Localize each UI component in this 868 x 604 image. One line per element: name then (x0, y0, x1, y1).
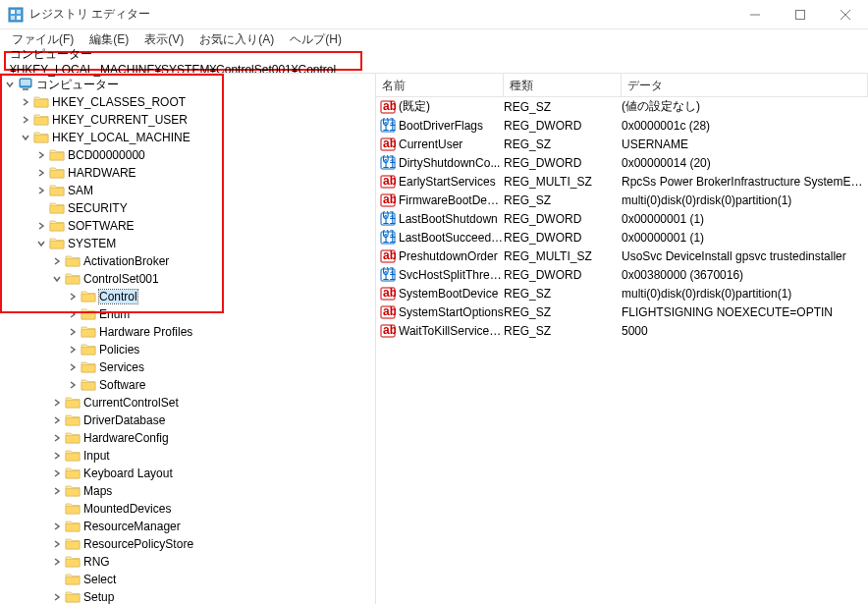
tree-item-security[interactable]: SECURITY (33, 199, 375, 217)
chevron-right-icon[interactable] (49, 536, 65, 552)
tree-item-bcd[interactable]: BCD00000000 (33, 146, 375, 164)
tree-item-label: ActivationBroker (83, 254, 169, 268)
value-row[interactable]: PreshutdownOrderREG_MULTI_SZUsoSvc Devic… (376, 247, 868, 265)
tree-item-resourcemanager[interactable]: ResourceManager (49, 518, 375, 535)
value-row[interactable]: LastBootShutdownREG_DWORD0x00000001 (1) (376, 209, 868, 228)
chevron-right-icon[interactable] (49, 412, 65, 428)
tree-item-label: MountedDevices (83, 502, 171, 516)
chevron-right-icon[interactable] (49, 430, 65, 446)
tree-item-controlset001[interactable]: ControlSet001 (49, 270, 375, 288)
chevron-right-icon[interactable] (33, 183, 49, 198)
chevron-down-icon[interactable] (18, 130, 33, 145)
tree-item-hkcr[interactable]: HKEY_CLASSES_ROOT (18, 93, 375, 111)
tree-item-sam[interactable]: SAM (33, 182, 375, 199)
value-row[interactable]: LastBootSucceededREG_DWORD0x00000001 (1) (376, 228, 868, 247)
chevron-right-icon[interactable] (65, 289, 81, 304)
tree-item-enum[interactable]: Enum (65, 305, 375, 323)
column-header-data[interactable]: データ (622, 74, 868, 96)
value-type: REG_MULTI_SZ (504, 249, 622, 263)
tree-item-currentcontrolset[interactable]: CurrentControlSet (49, 394, 375, 412)
tree-item-maps[interactable]: Maps (49, 482, 375, 500)
chevron-right-icon[interactable] (49, 395, 65, 411)
folder-icon (49, 236, 65, 251)
tree-item-software[interactable]: SOFTWARE (33, 217, 375, 235)
tree-panel[interactable]: コンピューターHKEY_CLASSES_ROOTHKEY_CURRENT_USE… (0, 74, 376, 604)
chevron-right-icon[interactable] (65, 377, 81, 393)
tree-item-control[interactable]: Control (65, 288, 375, 305)
tree-item-label: BCD00000000 (68, 148, 145, 162)
tree-item-services[interactable]: Services (65, 358, 375, 376)
chevron-right-icon[interactable] (49, 483, 65, 499)
tree-item-label: Policies (99, 343, 139, 357)
chevron-down-icon[interactable] (49, 271, 65, 287)
chevron-right-icon[interactable] (49, 466, 65, 481)
value-row[interactable]: (既定)REG_SZ(値の設定なし) (376, 97, 868, 116)
chevron-right-icon[interactable] (33, 218, 49, 234)
folder-icon (33, 130, 49, 145)
minimize-button[interactable] (732, 0, 778, 29)
value-row[interactable]: SvcHostSplitThres...REG_DWORD0x00380000 … (376, 265, 868, 284)
tree-item-hardwareconfig[interactable]: HardwareConfig (49, 429, 375, 447)
chevron-right-icon[interactable] (65, 342, 81, 357)
chevron-right-icon[interactable] (49, 448, 65, 464)
tree-item-driverdatabase[interactable]: DriverDatabase (49, 412, 375, 429)
value-row[interactable]: CurrentUserREG_SZUSERNAME (376, 135, 868, 153)
tree-item-hkcu[interactable]: HKEY_CURRENT_USER (18, 111, 375, 129)
maximize-button[interactable] (778, 0, 823, 29)
tree-item-input[interactable]: Input (49, 447, 375, 465)
chevron-down-icon[interactable] (33, 236, 49, 251)
tree-item-activationbroker[interactable]: ActivationBroker (49, 252, 375, 270)
value-name: PreshutdownOrder (399, 249, 504, 263)
tree-item-resourcepolicystore[interactable]: ResourcePolicyStore (49, 535, 375, 553)
tree-item-label: Select (83, 573, 116, 586)
chevron-right-icon[interactable] (65, 359, 81, 375)
value-row[interactable]: FirmwareBootDevi...REG_SZmulti(0)disk(0)… (376, 191, 868, 209)
tree-item-software2[interactable]: Software (65, 376, 375, 394)
tree-item-hklm[interactable]: HKEY_LOCAL_MACHINE (18, 129, 375, 146)
tree-item-setup[interactable]: Setup (49, 588, 375, 604)
value-row[interactable]: DirtyShutdownCo...REG_DWORD0x00000014 (2… (376, 153, 868, 172)
tree-item-keyboardlayout[interactable]: Keyboard Layout (49, 465, 375, 482)
tree-item-label: SECURITY (68, 201, 128, 215)
value-row[interactable]: SystemBootDeviceREG_SZmulti(0)disk(0)rdi… (376, 284, 868, 302)
address-input[interactable]: コンピューター¥HKEY_LOCAL_MACHINE¥SYSTEM¥Contro… (4, 51, 362, 71)
expander-none (33, 200, 49, 216)
tree-item-label: Software (99, 378, 145, 392)
value-row[interactable]: EarlyStartServicesREG_MULTI_SZRpcSs Powe… (376, 172, 868, 191)
value-row[interactable]: BootDriverFlagsREG_DWORD0x0000001c (28) (376, 116, 868, 135)
tree-item-hardwareprofiles[interactable]: Hardware Profiles (65, 323, 375, 341)
tree-item-label: SAM (68, 184, 93, 197)
chevron-right-icon[interactable] (65, 324, 81, 340)
chevron-right-icon[interactable] (49, 554, 65, 570)
tree-item-system[interactable]: SYSTEM (33, 235, 375, 252)
close-button[interactable] (823, 0, 868, 29)
value-row[interactable]: WaitToKillServiceT...REG_SZ5000 (376, 321, 868, 340)
chevron-right-icon[interactable] (65, 306, 81, 322)
expander-none (49, 501, 65, 517)
binary-value-icon (380, 211, 396, 227)
chevron-right-icon[interactable] (18, 112, 33, 128)
chevron-right-icon[interactable] (49, 519, 65, 534)
expander-none (49, 572, 65, 587)
values-list[interactable]: (既定)REG_SZ(値の設定なし)BootDriverFlagsREG_DWO… (376, 97, 868, 604)
chevron-down-icon[interactable] (2, 77, 18, 92)
tree-item-hardware[interactable]: HARDWARE (33, 164, 375, 182)
tree-item-rng[interactable]: RNG (49, 553, 375, 571)
chevron-right-icon[interactable] (49, 253, 65, 269)
tree-item-select[interactable]: Select (49, 571, 375, 588)
column-header-name[interactable]: 名前 (376, 74, 504, 96)
chevron-right-icon[interactable] (49, 589, 65, 604)
folder-icon (81, 377, 96, 393)
column-header-type[interactable]: 種類 (504, 74, 622, 96)
folder-icon (65, 501, 81, 517)
tree-item-mounteddevices[interactable]: MountedDevices (49, 500, 375, 518)
chevron-right-icon[interactable] (33, 147, 49, 163)
tree-item-policies[interactable]: Policies (65, 341, 375, 358)
chevron-right-icon[interactable] (18, 94, 33, 110)
chevron-right-icon[interactable] (33, 165, 49, 181)
string-value-icon (380, 286, 396, 302)
value-row[interactable]: SystemStartOptionsREG_SZ FLIGHTSIGNING N… (376, 302, 868, 321)
string-value-icon (380, 99, 396, 115)
tree-item-root[interactable]: コンピューター (2, 76, 375, 93)
tree-item-label: ResourcePolicyStore (83, 537, 193, 551)
